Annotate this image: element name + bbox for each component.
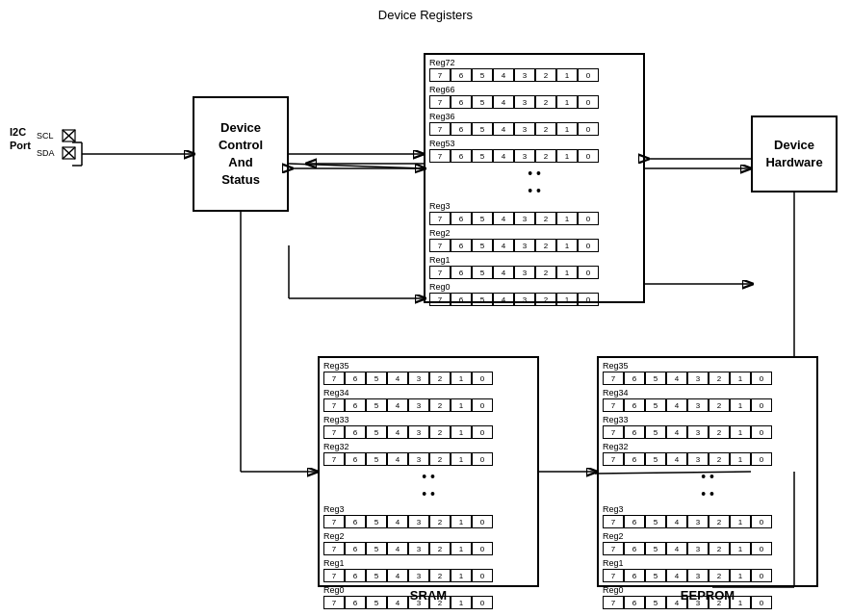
reg-row-72: Reg72 76543210 [429,58,639,82]
sram-reg-33: Reg33 76543210 [323,415,533,439]
sram-reg-32: Reg32 76543210 [323,442,533,466]
scl-label: SCL [37,131,62,141]
eeprom-reg-34: Reg34 76543210 [603,388,812,412]
device-control-label: DeviceControlAndStatus [219,119,263,190]
eeprom-reg-32: Reg32 76543210 [603,442,812,466]
top-register-panel: Reg72 76543210 Reg66 76543210 Reg36 7654… [424,53,645,303]
device-control-box: DeviceControlAndStatus [193,96,289,212]
scl-line: SCL [37,129,79,142]
reg-row-66: Reg66 76543210 [429,85,639,109]
eeprom-label: EEPROM [681,588,735,603]
reg-row-2-top: Reg2 76543210 [429,228,639,252]
top-reg-dots2: • • [426,183,643,198]
top-reg-dots: • • [426,166,643,181]
sram-panel: Reg35 76543210 Reg34 76543210 Reg33 7654… [318,356,539,587]
sda-line: SDA [37,146,79,160]
sram-reg-1: Reg1 76543210 [323,558,533,582]
diagram: Device Registers I2CPort SCL SDA DeviceC… [0,0,851,616]
sram-dots: • • [320,469,537,484]
sda-label: SDA [37,148,62,158]
device-hardware-label: DeviceHardware [765,137,822,171]
reg-row-0-top: Reg0 76543210 [429,282,639,306]
i2c-label: I2CPort [10,125,31,153]
sram-dots2: • • [320,486,537,501]
reg-row-36: Reg36 76543210 [429,112,639,136]
eeprom-dots2: • • [599,486,816,501]
eeprom-reg-1: Reg1 76543210 [603,558,812,582]
device-hardware-box: DeviceHardware [751,116,838,192]
sram-reg-34: Reg34 76543210 [323,388,533,412]
eeprom-reg-33: Reg33 76543210 [603,415,812,439]
reg-row-1-top: Reg1 76543210 [429,255,639,279]
svg-line-11 [289,164,424,168]
eeprom-reg-3: Reg3 76543210 [603,504,812,528]
sram-reg-3: Reg3 76543210 [323,504,533,528]
reg-row-53: Reg53 76543210 [429,139,639,163]
sram-reg-35: Reg35 76543210 [323,361,533,385]
eeprom-panel: Reg35 76543210 Reg34 76543210 Reg33 7654… [597,356,818,587]
sram-label: SRAM [410,588,447,603]
eeprom-dots: • • [599,469,816,484]
page-title: Device Registers [378,8,473,22]
eeprom-reg-2: Reg2 76543210 [603,531,812,555]
eeprom-reg-35: Reg35 76543210 [603,361,812,385]
sram-reg-2: Reg2 76543210 [323,531,533,555]
reg-row-3-top: Reg3 76543210 [429,201,639,225]
i2c-port: I2CPort SCL SDA [10,125,79,164]
